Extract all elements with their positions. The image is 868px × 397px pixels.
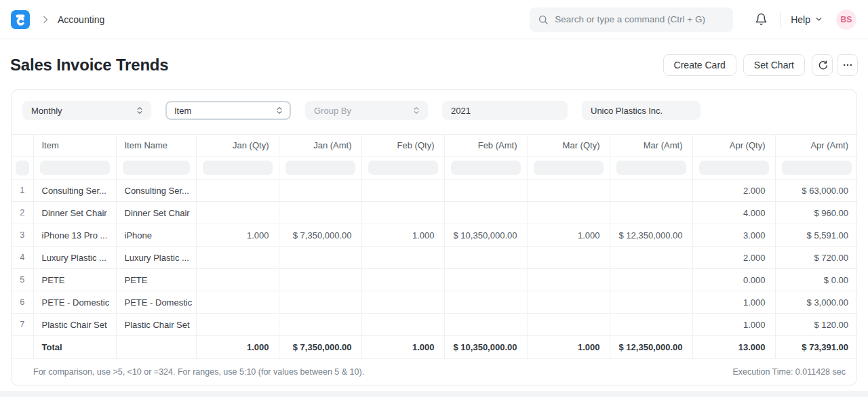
cell[interactable]: Consulting Ser... xyxy=(33,180,116,202)
cell[interactable] xyxy=(196,247,279,269)
breadcrumb[interactable]: Accounting xyxy=(58,14,104,25)
cell[interactable] xyxy=(527,247,610,269)
cell[interactable]: 1.000 xyxy=(692,291,775,314)
cell[interactable] xyxy=(196,202,279,224)
cell[interactable]: PETE xyxy=(116,269,196,291)
column-filter-input[interactable] xyxy=(285,161,355,175)
cell[interactable]: Luxury Plastic ... xyxy=(33,247,116,269)
cell[interactable]: $ 10,350,000.00 xyxy=(444,224,527,247)
cell[interactable]: 2.000 xyxy=(692,180,775,202)
cell[interactable]: $ 960.00 xyxy=(775,202,858,224)
search-input[interactable] xyxy=(555,14,725,24)
cell[interactable] xyxy=(527,314,610,336)
cell[interactable]: $ 0.00 xyxy=(775,269,858,291)
column-header[interactable]: Item Name xyxy=(116,135,196,156)
cell[interactable] xyxy=(361,180,444,202)
cell[interactable] xyxy=(527,202,610,224)
column-header[interactable]: Jan (Amt) xyxy=(279,135,361,156)
cell[interactable]: Dinner Set Chair xyxy=(33,202,116,224)
cell[interactable] xyxy=(527,180,610,202)
cell[interactable] xyxy=(527,291,610,314)
cell[interactable]: PETE - Domestic xyxy=(33,291,116,314)
cell[interactable]: 3.000 xyxy=(692,224,775,247)
refresh-button[interactable] xyxy=(812,54,833,76)
column-filter-input[interactable] xyxy=(203,161,273,175)
column-header[interactable]: Feb (Amt) xyxy=(444,135,527,156)
cell[interactable]: $ 5,591.00 xyxy=(775,224,858,247)
menu-dots-button[interactable] xyxy=(837,54,858,76)
user-avatar[interactable]: BS xyxy=(836,9,856,30)
frequency-select[interactable]: Monthly xyxy=(22,101,151,120)
column-filter-input[interactable] xyxy=(123,161,190,175)
cell[interactable]: PETE - Domestic xyxy=(116,291,196,314)
cell[interactable] xyxy=(610,314,692,336)
cell[interactable]: iPhone 13 Pro ... xyxy=(33,224,116,247)
cell[interactable] xyxy=(196,269,279,291)
column-filter-input[interactable] xyxy=(782,161,852,175)
cell[interactable]: $ 12,350,000.00 xyxy=(610,224,692,247)
cell[interactable]: Consulting Ser... xyxy=(116,180,196,202)
column-filter-input[interactable] xyxy=(616,161,686,175)
cell[interactable]: iPhone xyxy=(116,224,196,247)
column-header[interactable]: Feb (Qty) xyxy=(361,135,444,156)
cell[interactable] xyxy=(279,247,361,269)
cell[interactable]: 1.000 xyxy=(692,314,775,336)
global-search[interactable] xyxy=(530,7,733,32)
column-filter-input[interactable] xyxy=(699,161,769,175)
cell[interactable]: 1.000 xyxy=(196,224,279,247)
cell[interactable]: Plastic Chair Set xyxy=(116,314,196,336)
cell[interactable] xyxy=(610,247,692,269)
fiscal-year-field[interactable]: 2021 xyxy=(442,101,568,120)
cell[interactable] xyxy=(196,314,279,336)
cell[interactable]: 1.000 xyxy=(361,224,444,247)
cell[interactable] xyxy=(279,269,361,291)
column-header[interactable]: Mar (Qty) xyxy=(527,135,610,156)
column-header[interactable]: Apr (Qty) xyxy=(692,135,775,156)
cell[interactable] xyxy=(444,202,527,224)
cell[interactable] xyxy=(361,202,444,224)
cell[interactable] xyxy=(610,180,692,202)
cell[interactable] xyxy=(196,180,279,202)
cell[interactable]: 4.000 xyxy=(692,202,775,224)
cell[interactable] xyxy=(279,180,361,202)
cell[interactable]: 2.000 xyxy=(692,247,775,269)
cell[interactable] xyxy=(279,202,361,224)
cell[interactable]: $ 120.00 xyxy=(775,314,858,336)
column-filter-input[interactable] xyxy=(451,161,521,175)
create-card-button[interactable]: Create Card xyxy=(663,54,736,76)
cell[interactable] xyxy=(196,291,279,314)
cell[interactable]: $ 63,000.00 xyxy=(775,180,858,202)
cell[interactable] xyxy=(361,314,444,336)
help-menu[interactable]: Help xyxy=(791,14,823,25)
cell[interactable] xyxy=(610,291,692,314)
column-filter-input[interactable] xyxy=(368,161,438,175)
cell[interactable] xyxy=(279,291,361,314)
set-chart-button[interactable]: Set Chart xyxy=(743,54,805,76)
cell[interactable] xyxy=(444,269,527,291)
column-filter-input[interactable] xyxy=(40,161,110,175)
column-header[interactable]: Item xyxy=(33,135,116,156)
column-header[interactable]: Mar (Amt) xyxy=(610,135,692,156)
column-header[interactable]: Jan (Qty) xyxy=(196,135,279,156)
cell[interactable] xyxy=(610,269,692,291)
cell[interactable]: 1.000 xyxy=(527,224,610,247)
cell[interactable]: $ 7,350,000.00 xyxy=(279,224,361,247)
cell[interactable] xyxy=(444,291,527,314)
notifications-bell-icon[interactable] xyxy=(755,13,768,26)
cell[interactable] xyxy=(610,202,692,224)
cell[interactable]: Plastic Chair Set xyxy=(33,314,116,336)
erpnext-logo-icon[interactable] xyxy=(11,10,30,29)
cell[interactable]: Luxury Plastic ... xyxy=(116,247,196,269)
cell[interactable]: 0.000 xyxy=(692,269,775,291)
cell[interactable] xyxy=(444,314,527,336)
cell[interactable] xyxy=(527,269,610,291)
cell[interactable] xyxy=(444,247,527,269)
column-filter-input[interactable] xyxy=(534,161,604,175)
group-by-select[interactable]: Group By xyxy=(305,101,428,120)
cell[interactable] xyxy=(361,269,444,291)
cell[interactable]: $ 720.00 xyxy=(775,247,858,269)
based-on-select[interactable]: Item xyxy=(165,101,291,120)
column-filter-input[interactable] xyxy=(16,161,29,175)
cell[interactable]: Dinner Set Chair xyxy=(116,202,196,224)
cell[interactable] xyxy=(361,247,444,269)
